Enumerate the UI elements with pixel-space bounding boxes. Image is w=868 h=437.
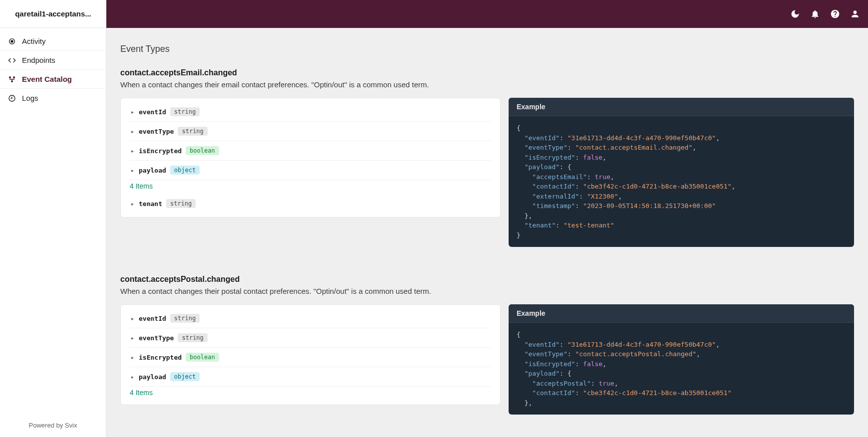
type-badge: string [170, 107, 200, 116]
help-icon[interactable] [830, 9, 840, 19]
sidebar-item-event-catalog[interactable]: Event Catalog [0, 70, 106, 89]
event-name: contact.acceptsEmail.changed [120, 68, 854, 77]
sidebar-footer: Powered by Svix [0, 414, 106, 437]
type-badge: string [166, 199, 196, 208]
type-badge: boolean [186, 353, 219, 362]
expand-arrow-icon[interactable]: ▸ [130, 316, 135, 321]
expand-arrow-icon[interactable]: ▸ [130, 168, 135, 173]
schema-field-name: payload [139, 373, 166, 381]
activity-icon [8, 37, 16, 45]
schema-field-name: eventType [139, 334, 174, 342]
sidebar-item-label: Endpoints [22, 56, 55, 64]
sidebar-item-endpoints[interactable]: Endpoints [0, 51, 106, 70]
app-title: qaretail1-acceptans... [15, 9, 91, 18]
sidebar-item-logs[interactable]: Logs [0, 89, 106, 107]
schema-field-name: eventId [139, 108, 166, 116]
event-section: contact.acceptsPostal.changedWhen a cont… [120, 275, 854, 415]
example-card: Example{ "eventId": "31e61713-dd4d-4c3f-… [509, 98, 854, 247]
schema-field-name: eventId [139, 315, 166, 322]
expand-arrow-icon[interactable]: ▸ [130, 129, 135, 134]
schema-row: ▸isEncryptedboolean [130, 141, 491, 161]
example-card: Example{ "eventId": "31e61713-dd4d-4c3f-… [509, 304, 854, 415]
user-menu-icon[interactable] [850, 9, 860, 19]
type-badge: object [170, 166, 200, 175]
sidebar: ActivityEndpointsEvent CatalogLogs Power… [0, 28, 106, 437]
event-name: contact.acceptsPostal.changed [120, 275, 854, 284]
svg-point-2 [9, 76, 11, 78]
type-badge: object [170, 372, 200, 381]
example-body: { "eventId": "31e61713-dd4d-4c3f-a470-99… [509, 116, 854, 247]
expand-arrow-icon[interactable]: ▸ [130, 148, 135, 153]
catalog-icon [8, 75, 16, 83]
brand-area: qaretail1-acceptans... [0, 0, 106, 28]
schema-field-name: payload [139, 167, 166, 174]
schema-row: ▸eventIdstring [130, 102, 491, 122]
endpoints-icon [8, 56, 16, 64]
svg-point-1 [11, 40, 13, 42]
event-description: When a contact changes their postal cont… [120, 287, 854, 295]
sidebar-item-label: Event Catalog [22, 75, 72, 83]
logs-icon [8, 94, 16, 102]
items-count: 4 Items [130, 387, 491, 401]
type-badge: string [170, 314, 200, 323]
expand-arrow-icon[interactable]: ▸ [130, 201, 135, 206]
schema-row: ▸tenantstring [130, 194, 491, 213]
schema-row: ▸eventIdstring [130, 309, 491, 328]
header-actions [790, 9, 860, 19]
event-description: When a contact changes their email conta… [120, 80, 854, 89]
sidebar-item-label: Activity [22, 37, 46, 45]
example-header: Example [509, 304, 854, 323]
schema-field-name: eventType [139, 128, 174, 135]
schema-row: ▸eventTypestring [130, 122, 491, 141]
svg-point-4 [11, 80, 13, 82]
notifications-icon[interactable] [810, 9, 820, 19]
page-title: Event Types [120, 44, 854, 54]
schema-row: ▸payloadobject [130, 367, 491, 387]
schema-card: ▸eventIdstring▸eventTypestring▸isEncrypt… [120, 304, 501, 405]
schema-row: ▸isEncryptedboolean [130, 348, 491, 367]
sidebar-item-activity[interactable]: Activity [0, 32, 106, 51]
type-badge: string [178, 333, 207, 342]
schema-field-name: isEncrypted [139, 147, 182, 155]
example-header: Example [509, 98, 854, 116]
app-header: qaretail1-acceptans... [0, 0, 868, 28]
example-body: { "eventId": "31e61713-dd4d-4c3f-a470-99… [509, 323, 854, 415]
type-badge: string [178, 127, 207, 136]
schema-field-name: isEncrypted [139, 354, 182, 361]
expand-arrow-icon[interactable]: ▸ [130, 109, 135, 114]
sidebar-item-label: Logs [22, 94, 38, 102]
theme-toggle-icon[interactable] [790, 9, 800, 19]
type-badge: boolean [186, 146, 219, 155]
schema-row: ▸payloadobject [130, 161, 491, 180]
schema-field-name: tenant [139, 200, 162, 208]
items-count: 4 Items [130, 180, 491, 194]
expand-arrow-icon[interactable]: ▸ [130, 335, 135, 340]
main-content: Event Types contact.acceptsEmail.changed… [106, 28, 868, 437]
schema-row: ▸eventTypestring [130, 328, 491, 348]
expand-arrow-icon[interactable]: ▸ [130, 355, 135, 360]
schema-card: ▸eventIdstring▸eventTypestring▸isEncrypt… [120, 98, 501, 218]
event-section: contact.acceptsEmail.changedWhen a conta… [120, 68, 854, 247]
svg-point-3 [13, 76, 15, 78]
expand-arrow-icon[interactable]: ▸ [130, 374, 135, 379]
